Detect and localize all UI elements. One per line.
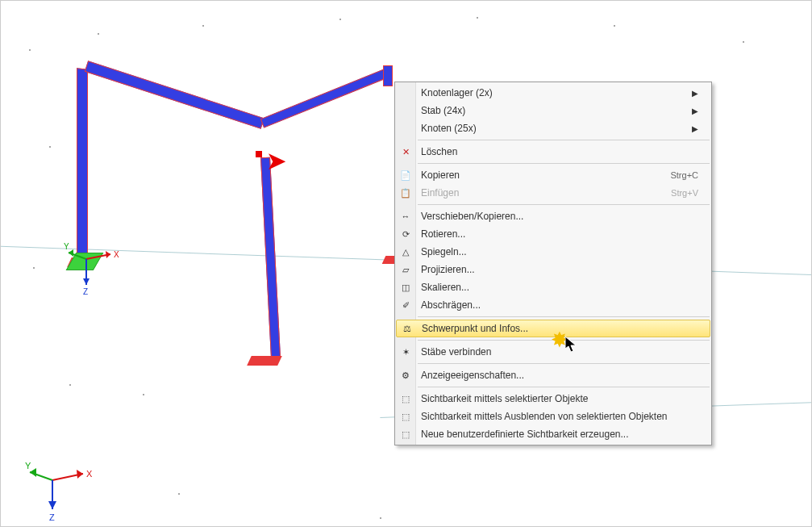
axis-x-label: X bbox=[114, 250, 119, 259]
display-props-icon: ⚙ bbox=[398, 368, 413, 383]
menu-item-mirror[interactable]: △Spiegeln... bbox=[395, 243, 711, 261]
menu-item-label: Schwerpunkt und Infos... bbox=[422, 323, 697, 334]
load-arrow-icon: ➤ bbox=[267, 148, 285, 174]
menu-item-nodes[interactable]: Knoten (25x)▶ bbox=[395, 119, 711, 137]
menu-separator bbox=[418, 163, 710, 164]
submenu-arrow-icon: ▶ bbox=[692, 124, 698, 133]
menu-item-label: Stab (24x) bbox=[421, 105, 692, 116]
menu-item-delete[interactable]: ✕Löschen bbox=[395, 143, 711, 161]
menu-item-label: Kopieren bbox=[421, 169, 670, 181]
menu-separator bbox=[418, 140, 710, 140]
move-copy-icon: ↔ bbox=[398, 209, 413, 224]
menu-item-label: Rotieren... bbox=[421, 228, 698, 240]
structural-member bbox=[77, 68, 88, 254]
menu-item-label: Knoten (25x) bbox=[421, 123, 692, 134]
menu-separator bbox=[418, 340, 710, 341]
project-icon: ▱ bbox=[398, 262, 413, 277]
menu-item-paste: 📋EinfügenStrg+V bbox=[395, 184, 711, 202]
structural-member bbox=[383, 65, 393, 86]
menu-item-label: Spiegeln... bbox=[421, 246, 698, 257]
menu-item-project[interactable]: ▱Projizieren... bbox=[395, 261, 711, 278]
menu-item-centroid-info[interactable]: ⚖Schwerpunkt und Infos... bbox=[396, 320, 710, 337]
menu-item-display-props[interactable]: ⚙Anzeigeeigenschaften... bbox=[395, 366, 711, 384]
menu-shortcut: Strg+C bbox=[670, 170, 698, 180]
menu-item-label: Knotenlager (2x) bbox=[421, 87, 692, 98]
menu-separator bbox=[418, 387, 710, 387]
load-marker bbox=[256, 151, 262, 157]
submenu-arrow-icon: ▶ bbox=[692, 89, 698, 98]
menu-item-new-user-vis[interactable]: ⬚Neue benutzerdefinierte Sichtbarkeit er… bbox=[395, 425, 711, 443]
view-axis-triad: X Y Z bbox=[25, 450, 98, 522]
delete-icon: ✕ bbox=[398, 144, 413, 159]
menu-item-label: Sichtbarkeit mittels selektierter Objekt… bbox=[421, 393, 698, 404]
structural-member bbox=[85, 61, 264, 128]
rotate-icon: ⟳ bbox=[398, 227, 413, 241]
scale-icon: ◫ bbox=[398, 280, 413, 295]
svg-text:Y: Y bbox=[25, 461, 31, 471]
menu-item-vis-by-selected[interactable]: ⬚Sichtbarkeit mittels selektierter Objek… bbox=[395, 390, 711, 408]
menu-separator bbox=[418, 316, 710, 317]
svg-text:Z: Z bbox=[49, 512, 55, 522]
structural-member bbox=[260, 68, 391, 128]
menu-item-connect-members[interactable]: ✶Stäbe verbinden bbox=[395, 343, 711, 361]
menu-item-vis-hide-selected[interactable]: ⬚Sichtbarkeit mittels Ausblenden von sel… bbox=[395, 408, 711, 425]
menu-item-move-copy[interactable]: ↔Verschieben/Kopieren... bbox=[395, 207, 711, 225]
members-icon bbox=[398, 103, 413, 118]
menu-item-label: Neue benutzerdefinierte Sichtbarkeit erz… bbox=[421, 429, 698, 440]
submenu-arrow-icon: ▶ bbox=[692, 107, 698, 115]
menu-item-label: Stäbe verbinden bbox=[421, 346, 698, 358]
origin-axis-triad: X Y Z bbox=[64, 236, 136, 309]
paste-icon: 📋 bbox=[398, 186, 413, 200]
menu-item-label: Einfügen bbox=[421, 187, 671, 199]
vis-by-selected-icon: ⬚ bbox=[398, 391, 413, 406]
svg-marker-3 bbox=[69, 249, 73, 257]
menu-item-copy[interactable]: 📄KopierenStrg+C bbox=[395, 166, 711, 184]
menu-item-nodal-supports[interactable]: Knotenlager (2x)▶ bbox=[395, 84, 711, 102]
menu-item-label: Löschen bbox=[421, 146, 698, 157]
menu-separator bbox=[418, 363, 710, 364]
centroid-info-icon: ⚖ bbox=[400, 321, 414, 336]
connect-members-icon: ✶ bbox=[398, 345, 413, 359]
mirror-icon: △ bbox=[398, 245, 413, 259]
new-user-vis-icon: ⬚ bbox=[398, 427, 413, 441]
menu-item-members[interactable]: Stab (24x)▶ bbox=[395, 102, 711, 119]
svg-marker-1 bbox=[106, 251, 110, 258]
svg-text:X: X bbox=[86, 469, 93, 479]
menu-item-bevel[interactable]: ✐Abschrägen... bbox=[395, 296, 711, 314]
menu-item-label: Anzeigeeigenschaften... bbox=[421, 370, 698, 381]
svg-marker-5 bbox=[83, 278, 90, 285]
viewport-context-menu: Knotenlager (2x)▶Stab (24x)▶Knoten (25x)… bbox=[394, 82, 712, 445]
copy-icon: 📄 bbox=[398, 168, 413, 182]
vis-hide-selected-icon: ⬚ bbox=[398, 409, 413, 424]
menu-item-label: Verschieben/Kopieren... bbox=[421, 211, 698, 222]
menu-item-rotate[interactable]: ⟳Rotieren... bbox=[395, 225, 711, 243]
support bbox=[247, 356, 282, 366]
bevel-icon: ✐ bbox=[398, 298, 413, 312]
menu-shortcut: Strg+V bbox=[671, 188, 698, 198]
menu-separator bbox=[418, 204, 710, 205]
menu-item-scale[interactable]: ◫Skalieren... bbox=[395, 278, 711, 296]
menu-item-label: Abschrägen... bbox=[421, 299, 698, 311]
menu-item-label: Skalieren... bbox=[421, 282, 698, 293]
nodal-supports-icon bbox=[398, 86, 413, 100]
menu-item-label: Sichtbarkeit mittels Ausblenden von sele… bbox=[421, 411, 698, 422]
nodes-icon bbox=[398, 121, 413, 136]
menu-item-label: Projizieren... bbox=[421, 264, 698, 275]
structural-member bbox=[260, 157, 281, 358]
axis-y-label: Y bbox=[64, 242, 69, 251]
svg-marker-7 bbox=[77, 470, 83, 479]
axis-z-label: Z bbox=[83, 287, 88, 296]
svg-marker-13 bbox=[48, 501, 56, 509]
